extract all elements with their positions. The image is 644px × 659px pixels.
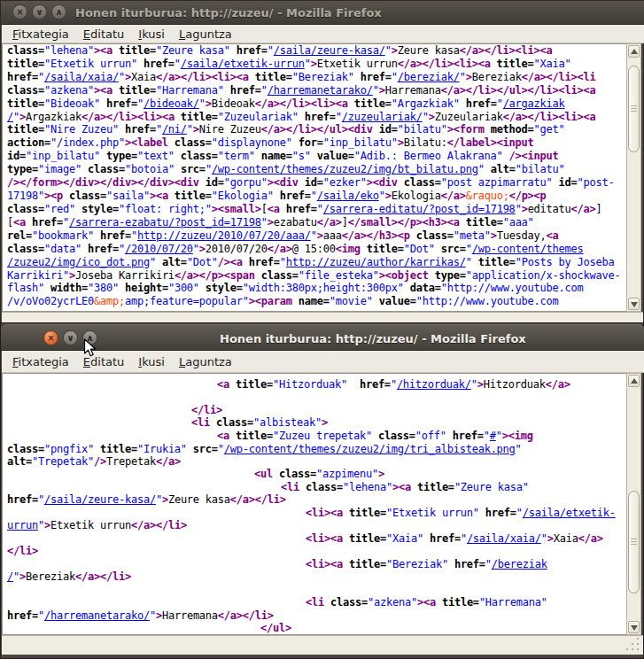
attr-name-token: href=	[7, 493, 38, 506]
attr-value-token: "	[485, 558, 492, 570]
tag-token: <a	[217, 430, 229, 442]
source-link[interactable]: /	[7, 570, 13, 583]
text-token: Bereziak	[26, 570, 75, 583]
attr-value-token: "Xaia"	[386, 532, 423, 545]
tag-token: <li><a	[306, 507, 343, 519]
attr-value-token: "	[218, 443, 224, 455]
tag-token: </a></li>	[218, 609, 274, 622]
source-link[interactable]: urrun	[7, 519, 38, 531]
attr-name-token: class=	[324, 596, 368, 609]
tag-token: >	[378, 468, 384, 480]
attr-value-token: "	[516, 507, 523, 519]
tag-token: <li	[306, 596, 324, 609]
tag-token: >	[547, 532, 554, 545]
attr-name-token: title=	[343, 532, 386, 545]
attr-value-token: "lehena"	[343, 481, 392, 493]
tag-token: </ul>	[260, 622, 291, 634]
source-line: <li><a title="Etxetik urrun" href="/sail…	[306, 507, 616, 519]
source-line: </ul>	[260, 622, 291, 634]
attr-name-token: alt=	[7, 455, 32, 468]
source-line: </li>	[191, 404, 222, 416]
mouse-cursor	[83, 338, 97, 362]
attr-value-token: "Hitzorduak"	[273, 378, 347, 391]
attr-name-token: title=	[229, 378, 273, 391]
tag-token: <a	[217, 378, 229, 391]
tag-token: />	[94, 455, 106, 468]
tag-token: >	[322, 416, 328, 429]
tag-token: <ul	[254, 468, 273, 480]
attr-value-token: "Irukia"	[137, 443, 187, 455]
source-line: <li class="albisteak">	[191, 416, 328, 429]
source-line: <li><a title="Bereziak" href="/bereziak	[306, 558, 547, 570]
attr-name-token: href=	[347, 378, 391, 391]
attr-name-token: class=	[299, 481, 343, 493]
attr-name-token: title=	[411, 481, 454, 493]
attr-value-token: "Harremana"	[479, 596, 547, 609]
text-token: Trepetak	[106, 455, 156, 468]
attr-value-token: "azkena"	[368, 596, 417, 609]
attr-name-token: href=	[448, 558, 485, 570]
source-link[interactable]: #	[490, 430, 496, 442]
attr-value-token: "Zeure kasa"	[454, 481, 529, 493]
source-line: alt="Trepetak"/>Trepetak</a>	[7, 455, 181, 468]
attr-name-token: title=	[343, 558, 386, 570]
text-token: Xaia	[554, 532, 578, 545]
attr-name-token: title=	[94, 443, 137, 455]
attr-value-token: "	[516, 443, 522, 455]
source-link[interactable]: /hitzorduak/	[397, 378, 471, 391]
source-line: <li><a title="Xaia" href="/saila/xaia/">…	[306, 532, 603, 545]
source-line: <a title="Hitzorduak" href="/hitzorduak/…	[217, 378, 570, 391]
attr-value-token: "	[38, 493, 44, 506]
tag-token: <li	[191, 416, 210, 429]
attr-value-token: "	[38, 609, 44, 622]
attr-name-token: class=	[273, 468, 316, 480]
source-link[interactable]: /saila/zeure-kasa/	[44, 493, 156, 506]
source-line: <li class="azkena"><a title="Harremana"	[306, 596, 547, 609]
attr-value-token: "	[150, 609, 156, 622]
tag-token: </li>	[7, 545, 38, 557]
tag-token: >	[156, 609, 162, 622]
tag-token: </li>	[191, 404, 222, 416]
attr-value-token: "	[471, 378, 477, 391]
attr-value-token: "	[156, 493, 162, 506]
source-line: <li class="lehena"><a title="Zeure kasa"	[281, 481, 529, 493]
text-token: Hitzorduak	[484, 378, 546, 391]
source-line: /">Bereziak</a></li>	[7, 570, 131, 583]
attr-name-token: class=	[210, 416, 253, 429]
source-line: urrun">Etxetik urrun</a></li>	[7, 519, 187, 531]
attr-value-token: "off"	[415, 430, 446, 442]
text-token: Zeure kasa	[168, 493, 230, 506]
attr-value-token: "pngfix"	[44, 443, 94, 455]
attr-value-token: "	[391, 378, 397, 391]
source-link[interactable]: /harremanetarako/	[44, 609, 150, 622]
source-link[interactable]: /saila/etxetik-	[523, 507, 616, 519]
tag-token: <li	[281, 481, 299, 493]
source-line: href="/saila/zeure-kasa/">Zeure kasa</a>…	[7, 493, 286, 506]
attr-value-token: "	[38, 519, 44, 531]
attr-value-token: "albisteak"	[253, 416, 322, 429]
tag-token: <li><a	[306, 558, 343, 570]
tag-token: </a>	[156, 455, 181, 468]
source-link[interactable]: /wp-content/themes/zuzeu2/img/tri_albist…	[224, 443, 516, 455]
attr-value-token: "Etxetik urrun"	[386, 507, 479, 519]
attr-name-token: src=	[187, 443, 218, 455]
tag-token: ><a	[417, 596, 436, 609]
attr-value-token: "Zuzeu trepetak"	[273, 430, 372, 442]
tag-token: ><a	[392, 481, 411, 493]
attr-value-token: "Trepetak"	[32, 455, 94, 468]
source-line: <a title="Zuzeu trepetak" class="off" hr…	[217, 430, 533, 442]
attr-name-token: href=	[446, 430, 484, 442]
tag-token: >	[162, 493, 168, 506]
source-link[interactable]: /bereziak	[492, 558, 547, 570]
source-line: <ul class="azpimenu">	[254, 468, 384, 480]
attr-name-token: title=	[436, 596, 479, 609]
source-link[interactable]: /saila/xaia/	[467, 532, 541, 545]
tag-token: </a>	[546, 378, 570, 391]
attr-value-token: "	[484, 430, 490, 442]
attr-name-token: href=	[423, 532, 461, 545]
attr-name-token: class=	[372, 430, 415, 442]
attr-name-token: href=	[479, 507, 516, 519]
attr-value-token: "	[13, 570, 19, 583]
attr-name-token: title=	[343, 507, 386, 519]
tag-token: </a></li>	[131, 519, 187, 531]
